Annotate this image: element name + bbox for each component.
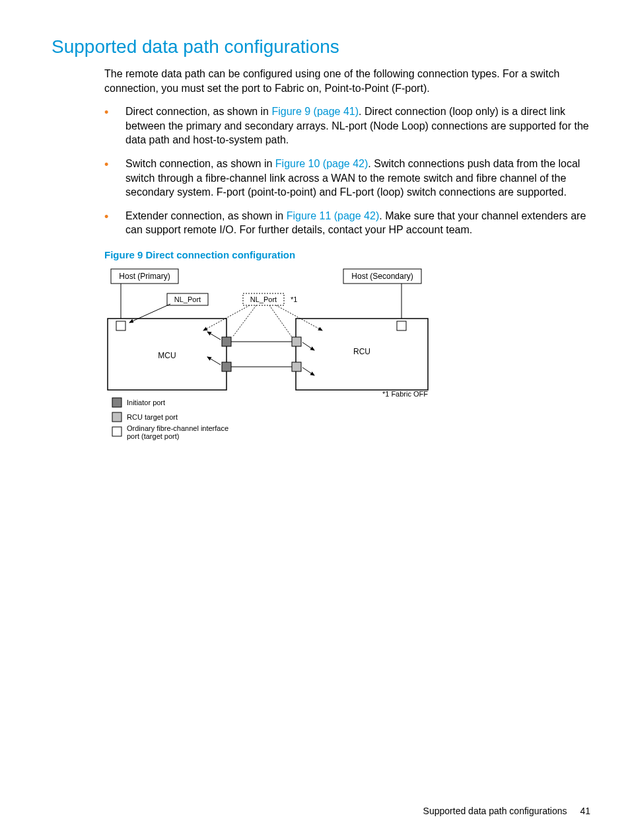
svg-rect-27 bbox=[112, 427, 122, 436]
figure-xref-link[interactable]: Figure 10 (page 42) bbox=[275, 158, 368, 169]
svg-rect-16 bbox=[292, 362, 301, 371]
footer-text: Supported data path configurations bbox=[423, 806, 567, 816]
star1-label: *1 bbox=[291, 295, 297, 303]
svg-line-10 bbox=[129, 304, 170, 323]
host-primary-label: Host (Primary) bbox=[119, 272, 170, 281]
page-heading: Supported data path configurations bbox=[52, 36, 604, 57]
legend-rcu-target-label: RCU target port bbox=[127, 413, 178, 421]
bullet-text-pre: Extender connection, as shown in bbox=[125, 210, 287, 221]
svg-rect-26 bbox=[112, 412, 122, 422]
legend-ordinary-label: Ordinary fibre-channel interface port (t… bbox=[127, 424, 228, 440]
bullet-text-pre: Direct connection, as shown in bbox=[125, 106, 271, 117]
svg-rect-8 bbox=[116, 321, 125, 330]
svg-line-13 bbox=[207, 332, 221, 340]
nl-port-left-label: NL_Port bbox=[174, 295, 201, 303]
figure-caption: Figure 9 Direct connection configuration bbox=[104, 249, 604, 260]
mcu-label: MCU bbox=[158, 351, 176, 360]
svg-rect-11 bbox=[222, 337, 231, 346]
nl-port-center-label: NL_Port bbox=[250, 295, 277, 303]
intro-paragraph: The remote data path can be configured u… bbox=[104, 67, 604, 95]
svg-line-17 bbox=[302, 342, 314, 350]
svg-line-24 bbox=[276, 305, 322, 330]
figure-xref-link[interactable]: Figure 9 (page 41) bbox=[271, 106, 359, 117]
svg-line-14 bbox=[207, 357, 221, 365]
figure-xref-link[interactable]: Figure 11 (page 42) bbox=[287, 210, 380, 221]
list-item: Switch connection, as shown in Figure 10… bbox=[104, 157, 604, 200]
list-item: Direct connection, as shown in Figure 9 … bbox=[104, 104, 604, 147]
page-number: 41 bbox=[580, 806, 590, 816]
svg-rect-25 bbox=[112, 398, 122, 407]
direct-connection-diagram-svg: Host (Primary) Host (Secondary) NL_Port … bbox=[104, 266, 448, 457]
list-item: Extender connection, as shown in Figure … bbox=[104, 209, 604, 237]
svg-line-23 bbox=[269, 305, 292, 337]
svg-rect-9 bbox=[397, 321, 406, 330]
svg-line-18 bbox=[302, 367, 314, 375]
figure-diagram: Host (Primary) Host (Secondary) NL_Port … bbox=[104, 266, 604, 460]
svg-rect-15 bbox=[292, 337, 301, 346]
legend-initiator-label: Initiator port bbox=[127, 399, 165, 406]
bullet-list: Direct connection, as shown in Figure 9 … bbox=[104, 104, 604, 237]
fabric-off-label: *1 Fabric OFF bbox=[382, 390, 428, 398]
svg-rect-12 bbox=[222, 362, 231, 371]
rcu-label: RCU bbox=[353, 347, 370, 356]
host-secondary-label: Host (Secondary) bbox=[351, 272, 413, 281]
svg-line-22 bbox=[232, 305, 256, 337]
page-footer: Supported data path configurations 41 bbox=[423, 806, 590, 816]
bullet-text-pre: Switch connection, as shown in bbox=[125, 158, 275, 169]
